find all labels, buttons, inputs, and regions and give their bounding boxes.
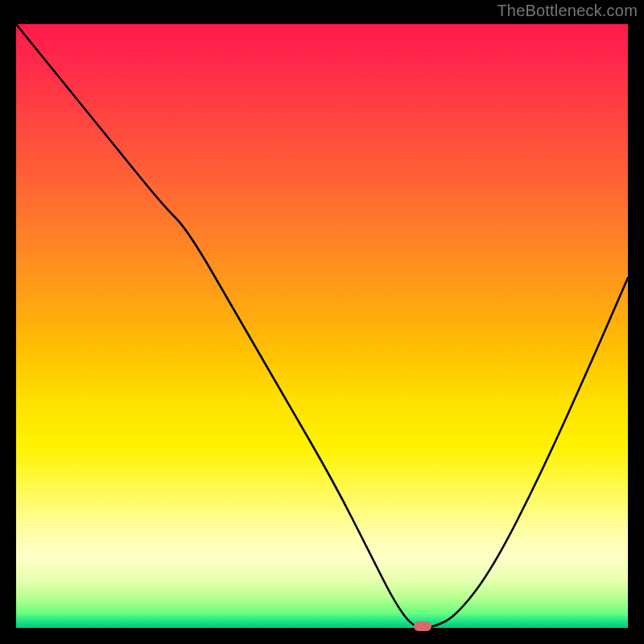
optimum-marker	[414, 621, 431, 631]
plot-border	[14, 23, 630, 630]
plot-area	[14, 23, 630, 630]
watermark-text: TheBottleneck.com	[497, 2, 638, 20]
chart-frame: TheBottleneck.com	[0, 0, 644, 644]
